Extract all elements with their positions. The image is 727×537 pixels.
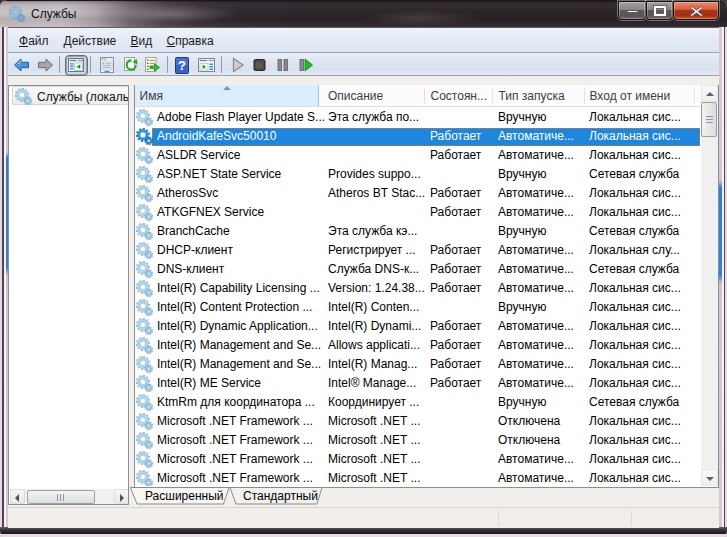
svg-text:Расширенный: Расширенный xyxy=(145,489,224,503)
svg-text:Стандартный: Стандартный xyxy=(243,489,318,503)
